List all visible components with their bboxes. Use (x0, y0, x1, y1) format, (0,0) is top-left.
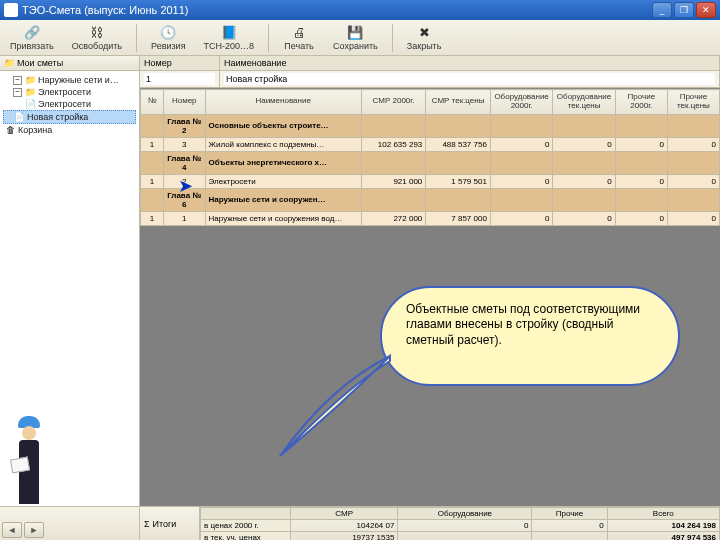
bind-button[interactable]: 🔗 Привязать (4, 22, 60, 53)
totals-row: в ценах 2000 г. 104264 07 0 0 104 264 19… (201, 520, 720, 532)
sidebar-tab[interactable]: 📁 Мои сметы (0, 56, 139, 71)
table-row[interactable]: 13Жилой комплекс с подземны…102 635 2934… (141, 137, 720, 151)
toolbar-divider (268, 24, 269, 52)
collapse-icon[interactable]: − (13, 76, 22, 85)
grid-header-row: №НомерНаименование СМР 2000г.СМР тек.цен… (141, 90, 720, 115)
maximize-button[interactable]: ❐ (674, 2, 694, 18)
bin-icon: 🗑 (5, 125, 15, 135)
footer-summary: Σ Итоги СМР Оборудование Прочие Всего в … (140, 507, 720, 540)
assistant-figure (4, 416, 54, 506)
exit-icon: ✖ (416, 24, 432, 40)
unlink-icon: ⛓ (89, 24, 105, 40)
name-label: Наименование (220, 56, 720, 70)
document-icon: 📄 (25, 99, 35, 109)
footer-nav: ◄ ► (0, 507, 140, 540)
table-row[interactable]: Глава № 4Объекты энергетического х… (141, 151, 720, 174)
totals-row: в тек. уч. ценах 19737 1535 497 974 536 (201, 532, 720, 541)
print-button[interactable]: 🖨 Печать (277, 22, 321, 53)
link-icon: 🔗 (24, 24, 40, 40)
tree-item[interactable]: − 📁 Наружные сети и… (3, 74, 136, 86)
folder-icon: 📁 (25, 75, 35, 85)
table-row[interactable]: Глава № 2Основные объекты строите… (141, 114, 720, 137)
estimate-grid[interactable]: №НомерНаименование СМР 2000г.СМР тек.цен… (140, 88, 720, 226)
unbind-button[interactable]: ⛓ Освободить (66, 22, 128, 53)
totals-table: СМР Оборудование Прочие Всего в ценах 20… (200, 507, 720, 540)
document-icon: 📄 (14, 112, 24, 122)
window-buttons: _ ❐ ✕ (652, 2, 716, 18)
toolbar-divider (392, 24, 393, 52)
help-callout: Объектные сметы под соответствующими гла… (380, 286, 680, 386)
table-row[interactable]: 11Наружные сети и сооружения вод…272 000… (141, 211, 720, 225)
name-input[interactable] (224, 73, 715, 85)
callout-tail-icon (270, 306, 410, 466)
sum-icon: Σ (144, 519, 150, 529)
close-button[interactable]: ✕ (696, 2, 716, 18)
totals-button[interactable]: Σ Итоги (140, 507, 200, 540)
nav-prev-button[interactable]: ◄ (2, 522, 22, 538)
book-icon: 📘 (221, 24, 237, 40)
tree-item-selected[interactable]: 📄 Новая стройка (3, 110, 136, 124)
tree-item[interactable]: − 📁 Электросети (3, 86, 136, 98)
number-label: Номер (140, 56, 220, 70)
main-toolbar: 🔗 Привязать ⛓ Освободить 🕓 Ревизия 📘 ТСН… (0, 20, 720, 56)
folder-icon: 📁 (25, 87, 35, 97)
app-icon (4, 3, 18, 17)
window-titlebar: ТЭО-Смета (выпуск: Июнь 2011) _ ❐ ✕ (0, 0, 720, 20)
folder-icon: 📁 (4, 58, 14, 68)
number-input[interactable] (144, 73, 215, 85)
save-button[interactable]: 💾 Сохранить (327, 22, 384, 53)
table-row[interactable]: Глава № 6Наружные сети и сооружен… (141, 188, 720, 211)
table-row[interactable]: 12Электросети921 0001 579 5010000 (141, 174, 720, 188)
info-value-row (140, 71, 720, 88)
revision-icon: 🕓 (160, 24, 176, 40)
tsn-button[interactable]: 📘 ТСН-200…8 (198, 22, 261, 53)
collapse-icon[interactable]: − (13, 88, 22, 97)
callout-text: Объектные сметы под соответствующими гла… (380, 286, 680, 386)
footer-bar: ◄ ► Σ Итоги СМР Оборудование Прочие Всег… (0, 506, 720, 540)
content-area: Номер Наименование №НомерНаименование СМ… (140, 56, 720, 506)
minimize-button[interactable]: _ (652, 2, 672, 18)
close-doc-button[interactable]: ✖ Закрыть (401, 22, 448, 53)
revision-button[interactable]: 🕓 Ревизия (145, 22, 191, 53)
tree-item-bin[interactable]: 🗑 Корзина (3, 124, 136, 136)
toolbar-divider (136, 24, 137, 52)
tree-item[interactable]: 📄 Электросети (3, 98, 136, 110)
info-header-row: Номер Наименование (140, 56, 720, 71)
printer-icon: 🖨 (291, 24, 307, 40)
save-icon: 💾 (347, 24, 363, 40)
nav-next-button[interactable]: ► (24, 522, 44, 538)
window-title: ТЭО-Смета (выпуск: Июнь 2011) (22, 4, 189, 16)
empty-workspace: Объектные сметы под соответствующими гла… (140, 226, 720, 506)
